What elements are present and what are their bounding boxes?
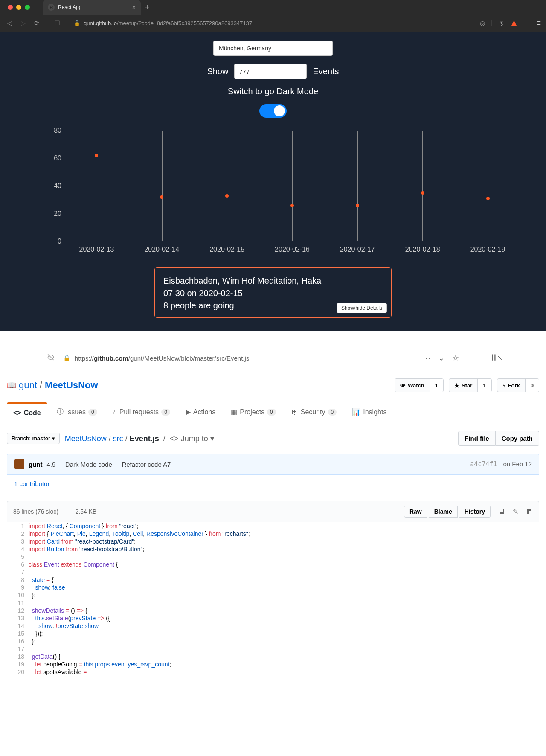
tab-code[interactable]: <>Code: [7, 402, 47, 423]
star-button[interactable]: ★Star1: [449, 378, 492, 392]
library-icon[interactable]: 𝄃𝄃⟍: [492, 353, 503, 363]
new-tab-button[interactable]: +: [145, 3, 150, 12]
maximize-icon[interactable]: [25, 5, 30, 10]
code-viewer: 1import React, { Component } from "react…: [7, 522, 539, 676]
tab-pull-requests[interactable]: ⑃Pull requests0: [107, 402, 176, 423]
x-axis-tick: 2020-02-14: [144, 246, 179, 253]
fork-button[interactable]: ⑂Fork0: [497, 378, 539, 392]
browser-tab[interactable]: ⚛ React App ×: [43, 0, 141, 15]
forward-button[interactable]: ▷: [19, 20, 27, 26]
commit-message[interactable]: 4.9_-- Dark Mode code--_ Refactor code A…: [46, 461, 171, 468]
x-axis-tick: 2020-02-18: [405, 246, 440, 253]
file-header: 86 lines (76 sloc)|2.54 KB Raw Blame His…: [7, 501, 539, 522]
latest-commit: gunt 4.9_-- Dark Mode code--_ Refactor c…: [7, 454, 539, 475]
bookmark-icon[interactable]: ☐: [55, 20, 60, 26]
repo-link[interactable]: MeetUsNow: [45, 380, 98, 391]
url-right-icons: ◎ | ⛨ ≡: [480, 19, 541, 28]
graph-icon: 📊: [352, 408, 360, 416]
commit-sha[interactable]: a4c74f1: [470, 460, 497, 468]
tab-title: React App: [58, 4, 129, 10]
code-icon: <>: [13, 409, 21, 417]
brave-icon[interactable]: [511, 20, 517, 26]
trash-icon[interactable]: 🗑: [526, 508, 533, 515]
file-path: MeetUsNow / src / Event.js / <> Jump to …: [65, 434, 214, 443]
file-stats: 86 lines (76 sloc)|2.54 KB: [13, 508, 96, 515]
url-field[interactable]: 🔒 gunt.github.io/meetup/?code=8d2fa6bf5c…: [74, 20, 398, 26]
owner-link[interactable]: gunt: [19, 380, 37, 391]
edit-icon[interactable]: ✎: [513, 508, 518, 516]
find-file-button[interactable]: Find file: [458, 431, 496, 446]
lock-icon: 🔒: [63, 355, 70, 361]
pocket-icon[interactable]: ⌄: [438, 353, 444, 363]
copy-path-button[interactable]: Copy path: [496, 431, 539, 446]
target-icon[interactable]: ◎: [480, 20, 485, 26]
github-page: 🔒 https://github.com/gunt/MeetUsNow/blob…: [0, 331, 546, 676]
branch-selector[interactable]: Branch: master ▾: [7, 433, 60, 444]
chart-point[interactable]: [486, 197, 490, 200]
separator: /: [40, 380, 42, 391]
project-icon: ▦: [231, 408, 237, 416]
x-axis-tick: 2020-02-15: [209, 246, 244, 253]
reader-icon[interactable]: [47, 353, 55, 363]
more-icon[interactable]: ⋯: [423, 353, 430, 363]
close-icon[interactable]: [8, 5, 13, 10]
x-axis-tick: 2020-02-19: [470, 246, 505, 253]
history-button[interactable]: History: [459, 506, 491, 518]
commit-author[interactable]: gunt: [29, 461, 42, 468]
tab-issues[interactable]: ⓘIssues0: [51, 402, 103, 423]
minimize-icon[interactable]: [16, 5, 21, 10]
path-src[interactable]: src: [113, 434, 123, 443]
chart-point[interactable]: [290, 204, 294, 207]
desktop-icon[interactable]: 🖥: [498, 508, 505, 515]
dark-mode-label: Switch to go Dark Mode: [228, 87, 318, 96]
github-url[interactable]: https://github.com/gunt/MeetUsNow/blob/m…: [75, 355, 249, 362]
controls: Show Events Switch to go Dark Mode: [0, 41, 546, 118]
tab-bar: ⚛ React App × +: [0, 0, 546, 15]
path-bar: Branch: master ▾ MeetUsNow / src / Event…: [0, 423, 546, 454]
breadcrumb: 📖 gunt / MeetUsNow: [7, 380, 98, 391]
url-bar: ◁ ▷ ⟳ ☐ 🔒 gunt.github.io/meetup/?code=8d…: [0, 15, 546, 32]
pr-icon: ⑃: [113, 408, 117, 416]
repo-tabs: <>Code ⓘIssues0 ⑃Pull requests0 ▶Actions…: [0, 402, 546, 423]
shield-icon: ⛨: [291, 408, 298, 416]
favicon-icon: ⚛: [48, 4, 55, 11]
chart-grid: [64, 131, 520, 241]
blame-button[interactable]: Blame: [429, 506, 458, 518]
tab-insights[interactable]: 📊Insights: [346, 402, 392, 423]
window-controls: [3, 5, 34, 10]
play-icon: ▶: [186, 408, 191, 416]
dark-mode-toggle[interactable]: [259, 104, 287, 118]
toggle-knob: [274, 105, 285, 116]
chart-point[interactable]: [160, 195, 163, 199]
repo-header: 📖 gunt / MeetUsNow 👁Watch1 ★Star1 ⑂Fork0: [0, 368, 546, 392]
path-root[interactable]: MeetUsNow: [65, 434, 107, 443]
event-card: Eisbachbaden, Wim Hof Meditation, Haka 0…: [154, 267, 392, 318]
chart-point[interactable]: [356, 204, 359, 207]
chart-point[interactable]: [225, 194, 229, 198]
events-chart: 0204060802020-02-132020-02-142020-02-152…: [21, 126, 525, 254]
shield-icon[interactable]: ⛨: [499, 20, 505, 26]
watch-button[interactable]: 👁Watch1: [395, 378, 444, 392]
tab-actions[interactable]: ▶Actions: [180, 402, 221, 423]
chart-point[interactable]: [95, 154, 98, 157]
star-icon[interactable]: ☆: [452, 353, 459, 363]
raw-button[interactable]: Raw: [404, 506, 427, 518]
tab-security[interactable]: ⛨Security0: [285, 402, 343, 423]
tab-projects[interactable]: ▦Projects0: [225, 402, 282, 423]
location-input[interactable]: [213, 41, 333, 56]
issue-icon: ⓘ: [57, 407, 64, 416]
contributors-box: 1 contributor: [7, 475, 539, 493]
show-details-button[interactable]: Show/hide Details: [337, 303, 387, 313]
tab-close-icon[interactable]: ×: [132, 4, 136, 11]
back-button[interactable]: ◁: [5, 20, 14, 26]
menu-icon[interactable]: ≡: [536, 19, 541, 28]
avatar[interactable]: [14, 459, 24, 469]
y-axis-tick: 80: [54, 127, 61, 134]
url-text: gunt.github.io/meetup/?code=8d2fa6bf5c39…: [84, 20, 252, 26]
x-axis-tick: 2020-02-17: [340, 246, 375, 253]
reload-button[interactable]: ⟳: [32, 20, 41, 26]
chart-point[interactable]: [421, 191, 424, 195]
events-count-input[interactable]: [234, 64, 307, 79]
contributors-link[interactable]: 1 contributor: [14, 480, 49, 487]
show-label-left: Show: [207, 67, 228, 76]
